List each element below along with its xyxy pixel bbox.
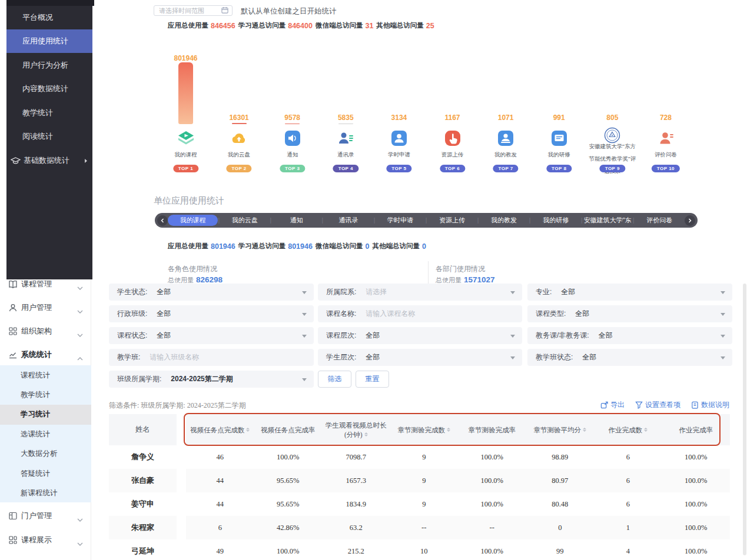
column-header-9[interactable]: 作业完成率 — [662, 414, 731, 445]
bar — [178, 62, 193, 124]
submenu-item-4[interactable]: 选课统计 — [0, 424, 91, 444]
tab-1[interactable]: 我的课程 — [168, 215, 218, 226]
course-icon — [178, 130, 194, 146]
sort-icon[interactable] — [246, 428, 250, 432]
summary-label: 学习通总访问量 — [238, 21, 286, 30]
filter-select[interactable]: 教务课/非教务课:全部 — [527, 327, 732, 344]
flyout-item-6[interactable]: 阅读统计 — [6, 125, 92, 148]
summary-label: 学习通总访问量 — [238, 242, 286, 251]
summary-value: 0 — [422, 242, 426, 251]
table-cell: 7098.7 — [322, 445, 390, 469]
scrollbar-thumb[interactable] — [743, 284, 746, 555]
filter-apply-button[interactable]: 筛选 — [318, 371, 351, 388]
tab-scroll-left[interactable] — [157, 215, 168, 226]
tab-9[interactable]: 安徽建筑大学"东 — [583, 215, 633, 226]
sidebar-item-3[interactable]: 组织架构 — [0, 319, 91, 343]
table-cell: 9 — [390, 492, 459, 516]
tab-6[interactable]: 资源上传 — [427, 215, 477, 226]
sort-icon[interactable] — [364, 432, 368, 436]
tab-5[interactable]: 学时申请 — [375, 215, 425, 226]
flyout-item-5[interactable]: 教学统计 — [6, 101, 92, 125]
filter-reset-button[interactable]: 重置 — [356, 371, 389, 388]
filter-select[interactable]: 班级所属学期:2024-2025第二学期 — [109, 371, 314, 388]
bar — [232, 123, 247, 124]
flyout-item-2[interactable]: 应用使用统计 — [6, 29, 92, 53]
flyout-item-3[interactable]: 用户行为分析 — [6, 54, 92, 77]
unit-section-title: 单位应用使用统计 — [154, 195, 224, 206]
tab-scroll-right[interactable] — [685, 215, 695, 226]
top-badge: TOP 9 — [600, 165, 625, 172]
summary-unit: 应用总使用量801946学习通总访问量801946微信端总访问量0其他端总访问量… — [168, 242, 429, 251]
column-header-4[interactable]: 学生观看视频总时长(分钟) — [322, 414, 390, 445]
column-header-6[interactable]: 章节测验完成率 — [458, 414, 526, 445]
table-cell: 46 — [186, 445, 254, 469]
sort-icon[interactable] — [583, 428, 586, 432]
column-header-name[interactable]: 姓名 — [109, 414, 177, 445]
submenu-item-3[interactable]: 学习统计 — [0, 405, 91, 425]
column-header-2[interactable]: 视频任务点完成数 — [186, 414, 254, 445]
dept-panel-title: 各部门使用情况 — [436, 264, 485, 274]
table-cell: 1 — [594, 516, 662, 539]
tab-3[interactable]: 通知 — [271, 215, 321, 226]
main-content: 请选择时间范围 默认从单位创建之日开始统计 应用总使用量846456学习通总访问… — [91, 0, 747, 560]
filter-input[interactable]: 教学班:请输入班级名称 — [109, 349, 314, 366]
filter-select[interactable]: 课程状态:全部 — [109, 327, 314, 344]
teach-icon — [497, 130, 514, 146]
submenu-item-6[interactable]: 答疑统计 — [0, 464, 91, 484]
filter-select[interactable]: 课程类型:全部 — [527, 305, 732, 322]
app-label: 我的云盘 — [213, 151, 266, 159]
chevron-down-icon — [77, 282, 83, 292]
column-header-7[interactable]: 章节测验平均分 — [526, 414, 595, 445]
flyout-item-1[interactable]: 平台概况 — [6, 6, 92, 29]
table-cell: 100.0% — [458, 539, 526, 560]
filter-select[interactable]: 专业:全部 — [527, 284, 732, 301]
tab-10[interactable]: 评价问卷 — [635, 215, 685, 226]
date-range-input[interactable]: 请选择时间范围 — [154, 5, 233, 16]
submenu-item-5[interactable]: 大数据分析 — [0, 444, 91, 464]
table-cell: 100.0% — [662, 445, 731, 469]
table-cell: 215.2 — [322, 539, 390, 560]
top-badge: TOP 10 — [652, 165, 680, 172]
app-label: 资源上传 — [426, 151, 479, 159]
chart-column-8: 991我的研修TOP 8 — [532, 52, 586, 176]
table-row: 642.86%63.2----01100.0% — [186, 516, 730, 539]
summary-top: 应用总使用量846456学习通总访问量846400微信端总访问量31其他端总访问… — [168, 21, 437, 30]
column-header-5[interactable]: 章节测验完成数 — [390, 414, 459, 445]
summary-label: 微信端总访问量 — [316, 242, 363, 251]
dropdown-arrow-icon — [302, 378, 307, 381]
tab-2[interactable]: 我的云盘 — [220, 215, 270, 226]
filter-select[interactable]: 行政班级:全部 — [109, 305, 314, 322]
submenu-item-7[interactable]: 新课程统计 — [0, 483, 91, 503]
filter-select[interactable]: 教学班状态:全部 — [527, 349, 732, 366]
submenu-item-1[interactable]: 课程统计 — [0, 365, 91, 385]
action-1[interactable]: 导出 — [600, 400, 625, 410]
top-badge: TOP 3 — [280, 165, 305, 172]
sidebar-item-4[interactable]: 系统统计 — [0, 343, 91, 366]
filter-select[interactable]: 课程层次:全部 — [318, 327, 522, 344]
action-3[interactable]: 数据说明 — [691, 400, 729, 410]
column-header-8[interactable]: 作业完成数 — [594, 414, 662, 445]
sort-icon[interactable] — [447, 428, 450, 432]
app-tabbar: 我的课程|我的云盘|通知|通讯录|学时申请|资源上传|我的教发|我的研修|安徽建… — [155, 213, 698, 228]
sidebar-item-5[interactable]: 门户管理 — [0, 504, 91, 528]
filter-select[interactable]: 学生状态:全部 — [109, 284, 314, 301]
tab-7[interactable]: 我的教发 — [479, 215, 529, 226]
tab-4[interactable]: 通讯录 — [323, 215, 373, 226]
chevron-up-icon — [77, 352, 83, 363]
flyout-item-basic-data[interactable]: 基础数据统计 — [6, 149, 92, 172]
flyout-item-4[interactable]: 内容数据统计 — [6, 77, 92, 101]
filter-select[interactable]: 学生层次:全部 — [318, 349, 522, 366]
dropdown-arrow-icon — [721, 356, 725, 359]
filter-input[interactable]: 课程名称:请输入课程名称 — [318, 305, 522, 322]
sidebar-item-6[interactable]: 课程展示 — [0, 528, 91, 552]
action-2[interactable]: 设置查看项 — [635, 400, 680, 410]
submenu-item-2[interactable]: 教学统计 — [0, 385, 91, 405]
app-label: 评价问卷 — [639, 151, 692, 159]
column-header-3[interactable]: 视频任务点完成率 — [254, 414, 323, 445]
sort-icon[interactable] — [644, 428, 648, 432]
tab-8[interactable]: 我的研修 — [530, 215, 580, 226]
sidebar-item-2[interactable]: 用户管理 — [0, 296, 91, 319]
table-cell: 9 — [390, 469, 459, 492]
filter-select[interactable]: 所属院系:请选择 — [318, 284, 522, 301]
bar-value: 991 — [532, 114, 586, 122]
